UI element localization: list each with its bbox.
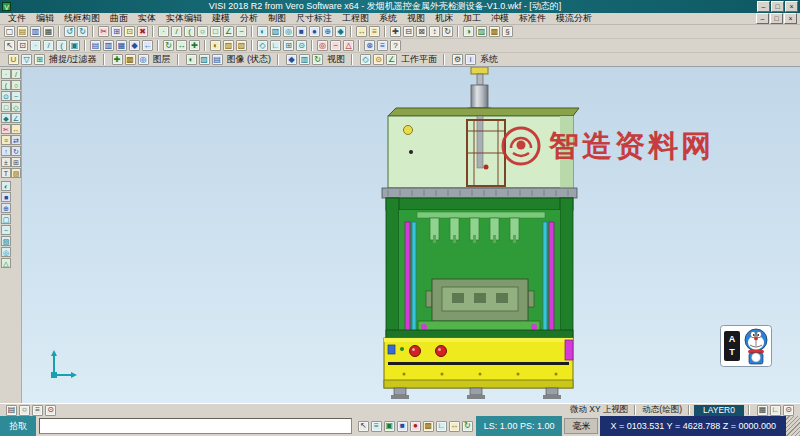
measure-icon[interactable]: ↔ bbox=[356, 26, 367, 37]
menu-item[interactable]: 实体 bbox=[133, 12, 161, 25]
solid-box-icon[interactable]: ■ bbox=[296, 26, 307, 37]
filter-arc-icon[interactable]: ( bbox=[56, 40, 67, 51]
render-shaded-icon[interactable]: ◐ bbox=[210, 40, 221, 51]
layer-quick-icon[interactable]: ▩ bbox=[423, 421, 434, 432]
pin-icon[interactable]: ⊙ bbox=[45, 405, 56, 416]
view-mode-label[interactable]: 微动 XY 上视图 bbox=[568, 404, 630, 416]
view-top-icon[interactable]: ▤ bbox=[90, 40, 101, 51]
open-file-icon[interactable]: ▤ bbox=[17, 26, 28, 37]
mirror-tool-icon[interactable]: ⇄ bbox=[11, 135, 21, 145]
arc-icon[interactable]: ( bbox=[184, 26, 195, 37]
menu-item[interactable]: 加工 bbox=[458, 12, 486, 25]
wcs-mode-icon[interactable]: ∟ bbox=[436, 421, 447, 432]
filter-line-icon[interactable]: / bbox=[43, 40, 54, 51]
measure-quick-icon[interactable]: ↔ bbox=[449, 421, 460, 432]
menu-item[interactable]: 标准件 bbox=[514, 12, 551, 25]
layer-list-icon[interactable]: ▩ bbox=[125, 54, 136, 65]
menu-item[interactable]: 系统 bbox=[374, 12, 402, 25]
render-hidden-icon[interactable]: ▧ bbox=[236, 40, 247, 51]
fillet-icon[interactable]: ◆ bbox=[335, 26, 346, 37]
layer-add-icon[interactable]: ✚ bbox=[112, 54, 123, 65]
rotate-view-icon[interactable]: ↻ bbox=[442, 26, 453, 37]
mdi-minimize-button[interactable]: – bbox=[756, 13, 769, 24]
array-tool-icon[interactable]: ⊞ bbox=[11, 157, 21, 167]
menu-item[interactable]: 工程图 bbox=[337, 12, 374, 25]
point-icon[interactable]: · bbox=[158, 26, 169, 37]
draft-analysis-icon[interactable]: △ bbox=[343, 40, 354, 51]
dimension-icon[interactable]: ≡ bbox=[369, 26, 380, 37]
redo-icon[interactable]: ↻ bbox=[77, 26, 88, 37]
snap-toggle-icon[interactable]: ⊙ bbox=[783, 405, 794, 416]
tab-image-status[interactable]: 图像 (状态) bbox=[227, 53, 272, 66]
menu-item[interactable]: 模流分析 bbox=[551, 12, 597, 25]
pan-icon[interactable]: ↕ bbox=[429, 26, 440, 37]
wireframe-view-icon[interactable]: ▨ bbox=[476, 26, 487, 37]
ellipse-tool-icon[interactable]: ⊙ bbox=[1, 91, 11, 101]
new-file-icon[interactable]: ▢ bbox=[4, 26, 15, 37]
paste-icon[interactable]: ⊡ bbox=[124, 26, 135, 37]
revolve-icon[interactable]: ◎ bbox=[283, 26, 294, 37]
copy-icon[interactable]: ⊞ bbox=[111, 26, 122, 37]
menu-item[interactable]: 实体编辑 bbox=[161, 12, 207, 25]
info-icon[interactable]: i bbox=[465, 54, 476, 65]
grid-toggle-icon[interactable]: ▦ bbox=[757, 405, 768, 416]
menu-item[interactable]: 分析 bbox=[235, 12, 263, 25]
filter-icon[interactable]: ▽ bbox=[21, 54, 32, 65]
snap-icon[interactable]: ⊙ bbox=[296, 40, 307, 51]
menu-item[interactable]: 尺寸标注 bbox=[291, 12, 337, 25]
rectangle-tool-icon[interactable]: □ bbox=[1, 102, 11, 112]
spline-icon[interactable]: ~ bbox=[236, 26, 247, 37]
mdi-close-button[interactable]: × bbox=[784, 13, 797, 24]
minimize-button[interactable]: – bbox=[757, 1, 770, 12]
fillet-tool-icon[interactable]: ◆ bbox=[1, 113, 11, 123]
surface-tool-icon[interactable]: ◐ bbox=[1, 181, 11, 191]
hatch-tool-icon[interactable]: ▨ bbox=[11, 168, 21, 178]
options-icon[interactable]: § bbox=[502, 26, 513, 37]
menu-item[interactable]: 视图 bbox=[402, 12, 430, 25]
workplane-icon[interactable]: ◇ bbox=[257, 40, 268, 51]
toolpath-icon[interactable]: ≡ bbox=[377, 40, 388, 51]
polygon-tool-icon[interactable]: ◇ bbox=[11, 102, 21, 112]
display-mode-label[interactable]: 动态(绘图) bbox=[640, 404, 684, 416]
view-cube-icon[interactable]: ◆ bbox=[286, 54, 297, 65]
spline-tool-icon[interactable]: ~ bbox=[11, 91, 21, 101]
circle-tool-icon[interactable]: ○ bbox=[11, 80, 21, 90]
layer-visibility-icon[interactable]: ◎ bbox=[138, 54, 149, 65]
zoom-in-icon[interactable]: ✚ bbox=[390, 26, 401, 37]
tab-workplane[interactable]: 工作平面 bbox=[401, 53, 437, 66]
scale-tool-icon[interactable]: ± bbox=[1, 157, 11, 167]
sweep-tool-icon[interactable]: ~ bbox=[1, 225, 11, 235]
tab-views[interactable]: 视图 bbox=[327, 53, 345, 66]
shading-icon[interactable]: ◐ bbox=[186, 54, 197, 65]
view-front-icon[interactable]: ▥ bbox=[103, 40, 114, 51]
plane-origin-icon[interactable]: ⊙ bbox=[373, 54, 384, 65]
menu-item[interactable]: 线框构图 bbox=[59, 12, 105, 25]
ortho-toggle-icon[interactable]: ∟ bbox=[770, 405, 781, 416]
point-tool-icon[interactable]: · bbox=[1, 69, 11, 79]
close-button[interactable]: × bbox=[785, 1, 798, 12]
menu-item[interactable]: 冲模 bbox=[486, 12, 514, 25]
window-select-icon[interactable]: ⊡ bbox=[17, 40, 28, 51]
active-layer-badge[interactable]: LAYER0 bbox=[694, 405, 744, 416]
select-icon[interactable]: ↖ bbox=[4, 40, 15, 51]
move-tool-icon[interactable]: ↑ bbox=[1, 146, 11, 156]
gear-icon[interactable]: ⚙ bbox=[452, 54, 463, 65]
plane-angle-icon[interactable]: ∠ bbox=[386, 54, 397, 65]
print-icon[interactable]: ▦ bbox=[43, 26, 54, 37]
magnet-icon[interactable]: U bbox=[8, 54, 19, 65]
arc-tool-icon[interactable]: ( bbox=[1, 80, 11, 90]
solid-tool-icon[interactable]: ■ bbox=[1, 192, 11, 202]
loft-icon[interactable]: ▧ bbox=[270, 26, 281, 37]
solid-mode-icon[interactable]: ■ bbox=[397, 421, 408, 432]
tab-snap-filter[interactable]: 捕捉/过滤器 bbox=[49, 53, 97, 66]
analysis-icon[interactable]: ◎ bbox=[317, 40, 328, 51]
delete-icon[interactable]: ✖ bbox=[137, 26, 148, 37]
cut-icon[interactable]: ✂ bbox=[98, 26, 109, 37]
view-side-icon[interactable]: ▦ bbox=[116, 40, 127, 51]
menu-item[interactable]: 曲面 bbox=[105, 12, 133, 25]
circle-icon[interactable]: ○ bbox=[197, 26, 208, 37]
undo-icon[interactable]: ↺ bbox=[64, 26, 75, 37]
saved-views-icon[interactable]: ▥ bbox=[299, 54, 310, 65]
filter-point-icon[interactable]: · bbox=[30, 40, 41, 51]
save-icon[interactable]: ▥ bbox=[30, 26, 41, 37]
